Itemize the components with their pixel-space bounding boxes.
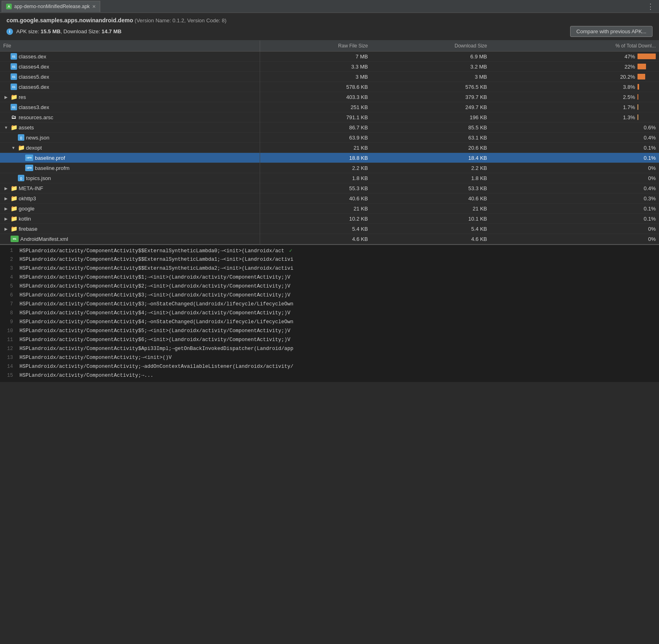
table-row[interactable]: {}topics.json1.8 KB1.8 KB0% <box>0 173 659 183</box>
table-row[interactable]: 01classes.dex7 MB6.9 MB47% <box>0 52 659 62</box>
line-number: 1 <box>0 247 19 255</box>
pct-text: 47% <box>625 54 635 60</box>
tab-label: app-demo-nonMinifiedRelease.apk <box>14 4 90 9</box>
pct-cell: 0% <box>490 173 659 183</box>
code-line: 1HSPLandroidx/activity/ComponentActivity… <box>0 247 659 255</box>
file-name-text: dexopt <box>26 145 42 151</box>
line-number: 9 <box>0 318 19 326</box>
bar-wrap <box>637 94 656 100</box>
json-icon: {} <box>18 175 24 181</box>
expand-arrow[interactable]: ▶ <box>3 227 9 231</box>
raw-size: 403.3 KB <box>260 92 371 102</box>
file-name-text: res <box>19 94 26 100</box>
apk-tab[interactable]: A app-demo-nonMinifiedRelease.apk ✕ <box>2 1 100 12</box>
file-name-text: topics.json <box>26 175 51 181</box>
pct-text: 0.4% <box>644 185 656 191</box>
file-name-text: kotlin <box>19 216 31 222</box>
file-name-text: firebase <box>19 226 37 232</box>
kebab-menu-button[interactable]: ⋮ <box>644 2 657 11</box>
file-name-text: classes3.dex <box>19 104 49 110</box>
col-download-size: Download Size <box>371 41 491 52</box>
table-row[interactable]: ▶📁kotlin10.2 KB10.1 KB0.1% <box>0 214 659 224</box>
download-size: 4.6 KB <box>371 234 491 244</box>
file-name-text: classes4.dex <box>19 64 49 70</box>
raw-size: 40.6 KB <box>260 193 371 204</box>
pct-cell: 0.6% <box>490 122 659 133</box>
table-row[interactable]: 01classes5.dex3 MB3 MB20.2% <box>0 72 659 82</box>
table-row[interactable]: 01classes6.dex578.6 KB576.5 KB3.8% <box>0 82 659 92</box>
dex-icon: 01 <box>11 63 17 70</box>
table-row[interactable]: ▼📁dexopt21 KB20.6 KB0.1% <box>0 143 659 153</box>
table-row[interactable]: 01classes3.dex251 KB249.7 KB1.7% <box>0 102 659 112</box>
expand-arrow[interactable]: ▶ <box>3 196 9 201</box>
expand-arrow[interactable]: ▼ <box>11 146 16 150</box>
line-number: 8 <box>0 309 19 318</box>
expand-arrow[interactable]: ▶ <box>3 95 9 99</box>
pct-text: 1.3% <box>623 114 635 120</box>
pct-text: 20.2% <box>620 74 635 80</box>
pct-cell: 3.8% <box>490 82 659 92</box>
info-icon: i <box>6 28 13 35</box>
table-row[interactable]: MEAndroidManifest.xml4.6 KB4.6 KB0% <box>0 234 659 244</box>
line-content: HSPLandroidx/activity/ComponentActivity$… <box>19 300 297 309</box>
folder-icon: 📁 <box>11 124 17 131</box>
download-size: 53.3 KB <box>371 183 491 193</box>
folder-icon: 📁 <box>11 205 17 212</box>
expand-arrow[interactable]: ▶ <box>3 206 9 211</box>
expand-arrow[interactable]: ▶ <box>3 186 9 191</box>
raw-size: 86.7 KB <box>260 122 371 133</box>
table-row[interactable]: HPRbaseline.profm2.2 KB2.2 KB0% <box>0 163 659 173</box>
code-line: 3HSPLandroidx/activity/ComponentActivity… <box>0 264 659 273</box>
line-content: HSPLandroidx/activity/ComponentActivity$… <box>19 247 295 255</box>
pct-cell: 0.3% <box>490 193 659 204</box>
line-number: 12 <box>0 345 19 353</box>
line-number: 10 <box>0 327 19 335</box>
tab-close-button[interactable]: ✕ <box>92 4 96 9</box>
file-name-text: META-INF <box>19 185 43 191</box>
file-name-text: classes.dex <box>19 54 46 60</box>
expand-arrow[interactable]: ▼ <box>3 125 9 130</box>
pct-cell: 22% <box>490 62 659 72</box>
file-name-cell: 01classes5.dex <box>0 72 260 82</box>
table-row[interactable]: ▶📁META-INF55.3 KB53.3 KB0.4% <box>0 183 659 193</box>
table-row[interactable]: 01classes4.dex3.3 MB3.2 MB22% <box>0 62 659 72</box>
pct-cell: 0.1% <box>490 153 659 163</box>
table-row[interactable]: HPRbaseline.prof18.8 KB18.4 KB0.1% <box>0 153 659 163</box>
pct-bar <box>637 64 646 69</box>
line-content: HSPLandroidx/activity/ComponentActivity$… <box>19 327 294 335</box>
table-row[interactable]: ▶📁okhttp340.6 KB40.6 KB0.3% <box>0 193 659 204</box>
table-row[interactable]: ▶📁res403.3 KB379.7 KB2.5% <box>0 92 659 102</box>
line-content: HSPLandroidx/activity/ComponentActivity$… <box>19 255 297 264</box>
hpr-icon: HPR <box>25 155 33 161</box>
compare-button[interactable]: Compare with previous APK... <box>570 26 653 37</box>
version-name: 0.1.2 <box>172 17 184 24</box>
table-row[interactable]: 🗂resources.arsc791.1 KB196 KB1.3% <box>0 112 659 122</box>
expand-arrow[interactable]: ▶ <box>3 217 9 221</box>
download-size: 3 MB <box>371 72 491 82</box>
download-size: 1.8 KB <box>371 173 491 183</box>
pct-cell: 0.4% <box>490 183 659 193</box>
arsc-icon: 🗂 <box>11 114 17 120</box>
download-size: 5.4 KB <box>371 224 491 234</box>
apk-header: com.google.samples.apps.nowinandroid.dem… <box>0 13 659 41</box>
table-header: File Raw File Size Download Size % of To… <box>0 41 659 52</box>
bar-wrap <box>637 84 656 90</box>
file-name-cell: 01classes4.dex <box>0 62 260 72</box>
dex-icon: 01 <box>11 84 17 90</box>
pct-cell: 0.1% <box>490 214 659 224</box>
line-content: HSPLandroidx/activity/ComponentActivity$… <box>19 309 294 318</box>
file-name-text: baseline.prof <box>35 155 65 161</box>
pct-text: 22% <box>625 64 635 70</box>
folder-icon: 📁 <box>11 185 17 191</box>
table-row[interactable]: {}news.json63.9 KB63.1 KB0.4% <box>0 133 659 143</box>
file-name-cell: 01classes6.dex <box>0 82 260 92</box>
table-row[interactable]: ▼📁assets86.7 KB85.5 KB0.6% <box>0 122 659 133</box>
xml-icon: ME <box>11 236 19 242</box>
apk-size-text: APK size: 15.5 MB, Download Size: 14.7 M… <box>16 28 121 34</box>
table-row[interactable]: ▶📁firebase5.4 KB5.4 KB0% <box>0 224 659 234</box>
version-info: (Version Name: 0.1.2, Version Code: 8) <box>135 17 226 24</box>
code-line: 8HSPLandroidx/activity/ComponentActivity… <box>0 309 659 318</box>
table-row[interactable]: ▶📁google21 KB21 KB0.1% <box>0 204 659 214</box>
download-size: 85.5 KB <box>371 122 491 133</box>
line-number: 11 <box>0 336 19 344</box>
